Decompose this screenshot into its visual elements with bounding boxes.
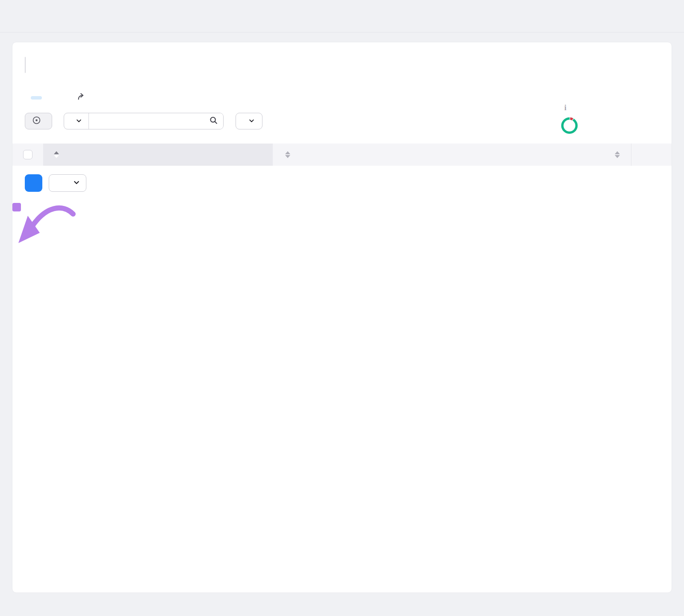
advanced-filters-button[interactable] — [236, 113, 262, 129]
sort-icon — [615, 151, 620, 158]
column-header-discovered[interactable] — [496, 144, 631, 166]
share-icon — [77, 92, 86, 103]
eye-icon — [32, 116, 41, 127]
issues-panel: i — [12, 42, 672, 593]
column-header-page-url[interactable] — [43, 144, 273, 166]
checks-donut-chart — [560, 117, 578, 136]
filter-field-selector[interactable] — [64, 113, 89, 129]
total-checks-widget: i — [560, 103, 646, 136]
pagination — [25, 174, 672, 192]
notice-badge — [31, 96, 42, 100]
sort-icon — [285, 151, 290, 158]
table-header-row — [12, 144, 672, 166]
annotation-highlight-rectangle — [12, 203, 21, 211]
sort-icon — [54, 151, 59, 158]
hide-button[interactable] — [25, 113, 52, 129]
info-icon[interactable]: i — [564, 103, 566, 112]
page-1-button[interactable] — [25, 174, 42, 192]
filter-input[interactable] — [89, 113, 203, 129]
send-to-button[interactable] — [77, 92, 90, 103]
chevron-down-icon — [248, 117, 255, 126]
select-all-checkbox[interactable] — [23, 150, 32, 159]
chevron-down-icon — [73, 179, 80, 188]
filter-group — [64, 113, 224, 129]
column-header-link-url[interactable] — [273, 144, 496, 166]
top-navigation — [0, 0, 684, 32]
severity-filter-tabs — [25, 57, 26, 73]
annotation-arrow — [12, 203, 77, 251]
search-icon — [209, 116, 218, 126]
page-size-select[interactable] — [49, 174, 86, 192]
chevron-down-icon — [76, 117, 82, 126]
issue-header-row — [25, 92, 659, 103]
issues-table — [12, 144, 672, 166]
search-button[interactable] — [203, 113, 223, 129]
